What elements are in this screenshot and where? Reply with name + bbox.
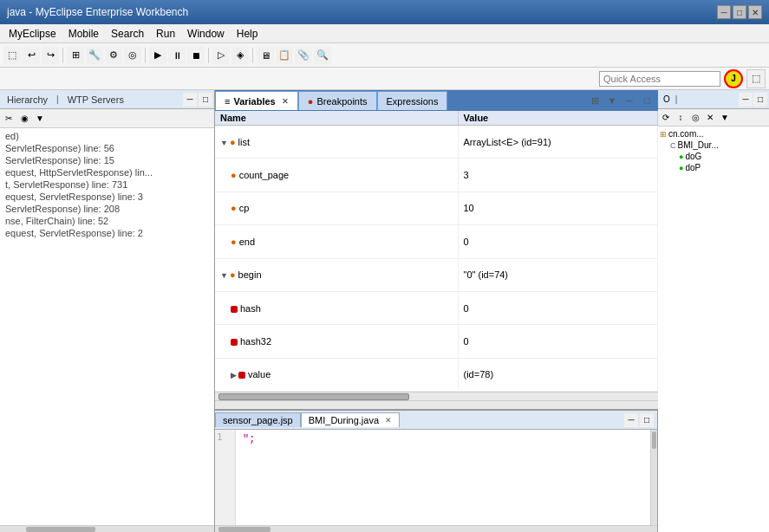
editor-v-scroll-thumb[interactable]: [652, 431, 656, 449]
left-toolbar-btn-3[interactable]: ▼: [33, 112, 47, 126]
left-panel-h-scroll[interactable]: [0, 525, 214, 532]
right-toolbar-btn-2[interactable]: ↕: [674, 111, 688, 125]
vars-h-scroll-thumb[interactable]: [218, 393, 409, 400]
left-line-2: ServletResponse) line: 15: [3, 154, 211, 166]
red-square-icon: [231, 306, 238, 313]
minimize-button[interactable]: ─: [717, 5, 731, 19]
right-toolbar-btn-4[interactable]: ✕: [703, 111, 717, 125]
method-icon-dop: ●: [679, 164, 683, 172]
table-row[interactable]: ●cp 10: [215, 191, 658, 224]
editor-content[interactable]: ";: [236, 430, 650, 449]
bmi-during-tab-label: BMI_During.java: [309, 415, 379, 425]
right-tree-item-1[interactable]: C BMI_Dur...: [660, 139, 767, 151]
editor-minimize-btn[interactable]: ─: [624, 413, 638, 427]
breakpoints-tab-label: Breakpoints: [316, 96, 367, 107]
editor-maximize-btn[interactable]: □: [640, 413, 654, 427]
editor-content-area[interactable]: ";: [236, 430, 650, 525]
variables-tab-label: Variables: [233, 96, 275, 107]
toolbar-btn-16[interactable]: 🔍: [314, 47, 331, 64]
menu-run[interactable]: Run: [151, 26, 180, 42]
tab-hierarchy[interactable]: Hierarchy: [2, 94, 53, 106]
left-toolbar-btn-2[interactable]: ◉: [17, 112, 31, 126]
tab-sensor-page[interactable]: sensor_page.jsp: [215, 412, 301, 427]
bmi-during-tab-close[interactable]: ✕: [385, 416, 392, 425]
toolbar-btn-3[interactable]: ↪: [42, 47, 59, 64]
toolbar-btn-11[interactable]: ▷: [212, 47, 230, 64]
perspective-java-button[interactable]: J: [724, 69, 743, 88]
right-maximize-btn[interactable]: □: [753, 93, 767, 107]
menu-myeclipse[interactable]: MyEclipse: [3, 26, 62, 42]
toolbar-btn-10[interactable]: ⏹: [187, 47, 205, 64]
vars-btn-menu[interactable]: ▼: [604, 93, 620, 108]
menu-bar: MyEclipse Mobile Search Run Window Help: [0, 24, 769, 43]
variables-panel: ≡ Variables ✕ ● Breakpoints Expressions …: [215, 90, 658, 411]
right-tab-sep: |: [675, 94, 678, 104]
toolbar-btn-8[interactable]: ▶: [149, 47, 166, 64]
vars-btn-minimize[interactable]: ─: [622, 93, 637, 108]
toolbar-btn-2[interactable]: ↩: [23, 47, 40, 64]
right-minimize-btn[interactable]: ─: [739, 93, 753, 107]
tab-bmi-during[interactable]: BMI_During.java ✕: [301, 412, 400, 427]
toolbar-btn-1[interactable]: ⬚: [3, 47, 21, 64]
toolbar-btn-7[interactable]: ◎: [124, 47, 141, 64]
variables-tab-icon: ≡: [225, 96, 230, 107]
right-tab-outline[interactable]: O: [660, 94, 674, 105]
toolbar-sep-1: [62, 48, 63, 63]
right-tree-item-0[interactable]: ⊞ cn.com...: [660, 128, 767, 139]
tab-breakpoints[interactable]: ● Breakpoints: [298, 91, 377, 110]
table-row[interactable]: ▼●list ArrayList<E> (id=91): [215, 126, 658, 159]
vars-h-scrollbar-2[interactable]: [215, 400, 658, 409]
vars-table: Name Value ▼●list ArrayList<E> (id=91) ●…: [215, 111, 658, 392]
main-layout: Hierarchy | WTP Servers ─ □ ✂ ◉ ▼ ed) Se…: [0, 90, 769, 532]
toolbar-btn-13[interactable]: 🖥: [257, 47, 274, 64]
maximize-left-panel[interactable]: □: [199, 93, 212, 107]
editor-h-scrollbar[interactable]: [215, 525, 657, 532]
tab-variables[interactable]: ≡ Variables ✕: [215, 91, 298, 110]
right-toolbar-btn-1[interactable]: ⟳: [659, 111, 673, 125]
left-toolbar-btn-1[interactable]: ✂: [2, 112, 16, 126]
minimize-left-panel[interactable]: ─: [183, 93, 197, 107]
red-square-icon: [231, 339, 238, 346]
toolbar-btn-9[interactable]: ⏸: [168, 47, 186, 64]
sensor-page-tab-label: sensor_page.jsp: [223, 415, 293, 425]
menu-mobile[interactable]: Mobile: [63, 26, 104, 42]
right-tab-bar: O | ─ □: [658, 90, 769, 109]
toolbar-btn-5[interactable]: 🔧: [86, 47, 103, 64]
menu-search[interactable]: Search: [106, 26, 149, 42]
right-toolbar-btn-5[interactable]: ▼: [718, 111, 732, 125]
toolbar-btn-12[interactable]: ◈: [231, 47, 249, 64]
quick-access-input[interactable]: [599, 71, 720, 87]
vars-panel-controls: ⊞ ▼ ─ □: [587, 93, 658, 108]
close-button[interactable]: ✕: [748, 5, 762, 19]
left-line-3: equest, HttpServletResponse) lin...: [3, 166, 211, 178]
right-tree-item-2[interactable]: ● doG: [660, 151, 767, 162]
menu-help[interactable]: Help: [231, 26, 264, 42]
table-row[interactable]: ●end 0: [215, 225, 658, 258]
toolbar-btn-4[interactable]: ⊞: [67, 47, 84, 64]
menu-window[interactable]: Window: [182, 26, 230, 42]
editor-h-scroll-thumb[interactable]: [218, 527, 270, 532]
left-line-4: t, ServletResponse) line: 731: [3, 178, 211, 191]
perspective-debug-button[interactable]: ⬚: [746, 69, 766, 88]
tab-wtp-servers[interactable]: WTP Servers: [62, 94, 129, 106]
table-row[interactable]: ▶value (id=78): [215, 358, 658, 391]
package-icon: ⊞: [660, 130, 667, 139]
title-bar: java - MyEclipse Enterprise Workbench ─ …: [0, 0, 769, 24]
maximize-button[interactable]: □: [733, 5, 746, 19]
variables-tab-close[interactable]: ✕: [282, 97, 289, 106]
right-tree-item-3[interactable]: ● doP: [660, 162, 767, 173]
left-h-scroll-thumb[interactable]: [26, 527, 95, 532]
editor-v-scrollbar[interactable]: [650, 430, 657, 525]
toolbar-btn-6[interactable]: ⚙: [105, 47, 122, 64]
toolbar-btn-15[interactable]: 📎: [295, 47, 312, 64]
right-toolbar-btn-3[interactable]: ◎: [688, 111, 702, 125]
table-row[interactable]: hash32 0: [215, 325, 658, 358]
toolbar-btn-14[interactable]: 📋: [276, 47, 293, 64]
table-row[interactable]: hash 0: [215, 291, 658, 324]
vars-btn-maximize[interactable]: □: [639, 93, 655, 108]
table-row[interactable]: ▼●begin "0" (id=74): [215, 258, 658, 291]
vars-btn-columns[interactable]: ⊞: [587, 93, 603, 108]
tab-expressions[interactable]: Expressions: [377, 91, 448, 110]
vars-h-scrollbar[interactable]: [215, 392, 658, 400]
table-row[interactable]: ●count_page 3: [215, 159, 658, 191]
